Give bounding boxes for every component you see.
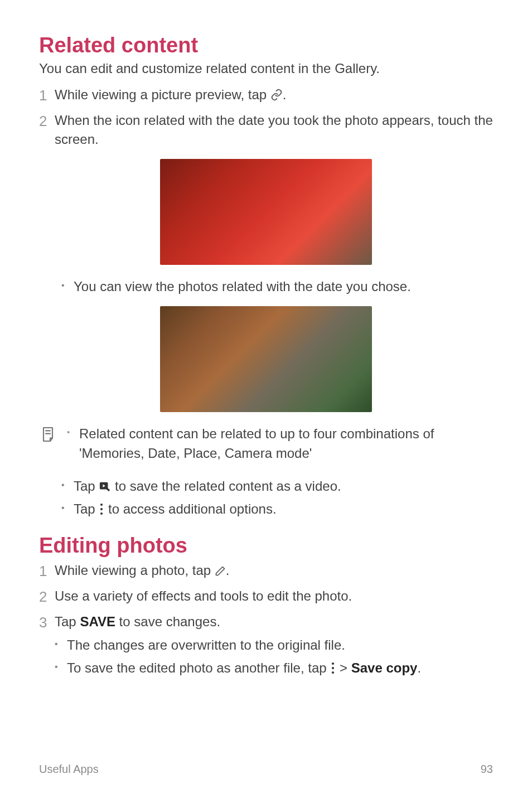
save-video-icon [99,481,111,492]
note-text: Related content can be related to up to … [79,424,493,463]
link-icon [270,89,283,101]
bullet-save-video: • Tap to save the related content as a v… [61,477,493,496]
text-after: . [417,660,421,675]
pencil-icon [215,565,226,577]
step-body: Use a variety of effects and tools to ed… [55,587,493,607]
save-copy-label: Save copy [351,660,418,675]
screenshot-preview-related [39,159,493,265]
step-2: 2 Use a variety of effects and tools to … [39,587,493,607]
sub-bullets-step3: • The changes are overwritten to the ori… [55,636,493,678]
steps-related-content: 1 While viewing a picture preview, tap .… [39,85,493,149]
step-number: 2 [39,587,55,607]
footer-page-number: 93 [481,763,493,776]
bullet-marker: • [61,477,74,496]
step-body: While viewing a picture preview, tap . [55,85,493,105]
heading-editing-photos: Editing photos [39,534,493,558]
note-content: • Related content can be related to up t… [67,424,493,467]
bullet-body: To save the edited photo as another file… [67,659,421,678]
bullets-related-1: • You can view the photos related with t… [39,277,493,297]
more-options-icon [99,503,104,515]
svg-point-8 [332,667,334,669]
step-body: When the icon related with the date you … [55,111,493,148]
bullet-text: The changes are overwritten to the origi… [67,636,345,655]
step-2: 2 When the icon related with the date yo… [39,111,493,148]
text-after: to save changes. [115,614,220,629]
bullet-body: Tap to save the related content as a vid… [74,477,341,496]
text-before: Tap [74,478,99,494]
bullets-related-2: • Tap to save the related content as a v… [39,477,493,519]
step-number: 1 [39,561,55,581]
page-footer: Useful Apps 93 [39,763,493,776]
svg-point-6 [100,512,103,515]
step-body: While viewing a photo, tap . [55,561,493,581]
intro-related-content: You can edit and customize related conte… [39,61,493,76]
screenshot-image [160,159,372,265]
note-bullet: • Related content can be related to up t… [67,424,493,463]
step-number: 3 [39,612,55,681]
page-root: Related content You can edit and customi… [0,0,532,798]
more-options-icon [330,662,336,674]
gt-separator: > [336,660,351,675]
text-before: To save the edited photo as another file… [67,660,330,675]
heading-related-content: Related content [39,33,493,57]
bullet-marker: • [67,424,79,463]
svg-point-9 [332,671,334,674]
section-editing-photos: Editing photos 1 While viewing a photo, … [39,534,493,681]
sub-bullet-save-copy: • To save the edited photo as another fi… [55,659,493,678]
step-text-before: While viewing a picture preview, tap [55,87,270,102]
steps-editing-photos: 1 While viewing a photo, tap . 2 Use a v… [39,561,493,681]
step-3: 3 Tap SAVE to save changes. • The change… [39,612,493,681]
step-number: 1 [39,85,55,105]
text-after: . [226,563,230,578]
bullet-text: You can view the photos related with the… [74,277,411,297]
text-before: While viewing a photo, tap [55,563,215,578]
bullet-body: Tap to access additional options. [74,500,277,519]
step-body: Tap SAVE to save changes. • The changes … [55,612,493,681]
bullet-marker: • [55,636,67,655]
bullet-marker: • [61,277,74,297]
bullet-view-date-photos: • You can view the photos related with t… [61,277,493,297]
screenshot-image [160,306,372,412]
bullet-more-options: • Tap to access additional options. [61,500,493,519]
step-number: 2 [39,111,55,148]
text-before: Tap [74,501,99,516]
note-related-combinations: • Related content can be related to up t… [39,424,493,467]
text-after: to save the related content as a video. [115,478,341,494]
save-label: SAVE [80,614,115,629]
bullet-marker: • [55,659,67,678]
svg-point-4 [100,504,103,506]
footer-section-name: Useful Apps [39,763,99,776]
screenshot-related-grid [39,306,493,412]
sub-bullet-overwrite: • The changes are overwritten to the ori… [55,636,493,655]
step-1: 1 While viewing a picture preview, tap . [39,85,493,105]
text-before: Tap [55,614,80,629]
svg-point-5 [100,508,103,510]
step-text-after: . [283,87,287,102]
bullet-marker: • [61,500,74,519]
text-after: to access additional options. [108,501,277,516]
step-1: 1 While viewing a photo, tap . [39,561,493,581]
svg-point-7 [332,662,334,665]
note-icon [39,424,57,467]
